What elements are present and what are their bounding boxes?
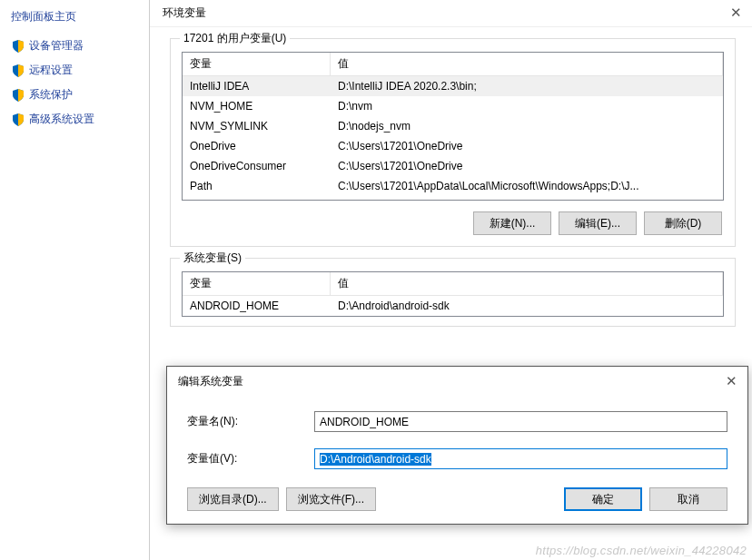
close-icon[interactable]: ✕ [724,375,738,389]
variable-value-label: 变量值(V): [187,451,314,467]
col-header-name[interactable]: 变量 [183,53,331,75]
table-row[interactable]: OneDriveC:\Users\17201\OneDrive [183,136,723,156]
edit-dialog-body: 变量名(N): 变量值(V): D:\Android\android-sdk 浏… [167,397,747,524]
table-header: 变量 值 [183,272,723,296]
sys-table-body[interactable]: ANDROID_HOMED:\Android\android-sdk [183,296,723,316]
col-header-value[interactable]: 值 [331,272,723,295]
user-table-body[interactable]: IntelliJ IDEAD:\IntelliJ IDEA 2020.2.3\b… [183,76,723,200]
delete-button[interactable]: 删除(D) [644,211,722,235]
browse-file-button[interactable]: 浏览文件(F)... [286,487,376,511]
sidebar-item-label: 远程设置 [29,63,73,78]
sidebar-item-protection[interactable]: 系统保护 [7,83,142,107]
variable-name-row: 变量名(N): [187,411,727,432]
edit-dialog-title-bar: 编辑系统变量 ✕ [167,367,747,397]
system-variables-group: 系统变量(S) 变量 值 ANDROID_HOMED:\Android\andr… [170,258,736,327]
variable-value-input[interactable]: D:\Android\android-sdk [314,448,727,469]
sidebar-item-label: 设备管理器 [29,38,84,54]
cancel-button[interactable]: 取消 [649,487,727,511]
close-icon[interactable]: ✕ [728,6,743,21]
browse-dir-button[interactable]: 浏览目录(D)... [187,487,279,511]
edit-button-row: 浏览目录(D)... 浏览文件(F)... 确定 取消 [187,486,727,511]
variable-name-input[interactable] [314,411,727,432]
user-variables-group: 17201 的用户变量(U) 变量 值 IntelliJ IDEAD:\Inte… [170,38,736,247]
ok-button[interactable]: 确定 [564,487,642,511]
watermark-text: https://blog.csdn.net/weixin_44228042 [536,544,747,557]
user-group-label: 17201 的用户变量(U) [180,31,290,46]
user-variables-table[interactable]: 变量 值 IntelliJ IDEAD:\IntelliJ IDEA 2020.… [182,52,724,201]
table-row[interactable]: IntelliJ IDEAD:\IntelliJ IDEA 2020.2.3\b… [183,76,723,96]
sidebar-item-label: 系统保护 [29,87,73,103]
sidebar-item-device-manager[interactable]: 设备管理器 [7,34,142,58]
new-button[interactable]: 新建(N)... [473,211,551,235]
sys-group-label: 系统变量(S) [180,251,245,266]
user-button-row: 新建(N)... 编辑(E)... 删除(D) [182,201,724,237]
variable-name-label: 变量名(N): [187,414,314,429]
sidebar-home-link[interactable]: 控制面板主页 [7,7,142,34]
edit-dialog-title: 编辑系统变量 [178,374,243,389]
table-row[interactable]: PathC:\Users\17201\AppData\Local\Microso… [183,176,723,196]
shield-icon [11,113,25,127]
shield-icon [11,64,25,78]
col-header-value[interactable]: 值 [331,53,723,75]
variable-value-row: 变量值(V): D:\Android\android-sdk [187,448,727,469]
sidebar-item-label: 高级系统设置 [29,112,94,127]
sidebar: 控制面板主页 设备管理器 远程设置 系统保护 高级系统设置 [0,0,149,139]
table-row[interactable]: NVM_HOMED:\nvm [183,96,723,116]
dialog-title: 环境变量 [163,5,206,21]
shield-icon [11,88,25,103]
edit-system-variable-dialog: 编辑系统变量 ✕ 变量名(N): 变量值(V): D:\Android\andr… [166,366,748,525]
table-header: 变量 值 [183,53,723,76]
system-variables-table[interactable]: 变量 值 ANDROID_HOMED:\Android\android-sdk [182,271,724,317]
table-row[interactable]: TEMPC:\Users\17201\AppData\Local\Temp [183,196,723,200]
sidebar-item-remote[interactable]: 远程设置 [7,58,142,83]
edit-button[interactable]: 编辑(E)... [559,211,637,235]
col-header-name[interactable]: 变量 [183,272,331,295]
table-row[interactable]: ANDROID_HOMED:\Android\android-sdk [183,296,723,316]
sidebar-item-advanced[interactable]: 高级系统设置 [7,107,142,132]
dialog-title-bar: 环境变量 ✕ [150,0,752,27]
table-row[interactable]: OneDriveConsumerC:\Users\17201\OneDrive [183,156,723,176]
table-row[interactable]: NVM_SYMLINKD:\nodejs_nvm [183,116,723,136]
shield-icon [11,39,25,54]
